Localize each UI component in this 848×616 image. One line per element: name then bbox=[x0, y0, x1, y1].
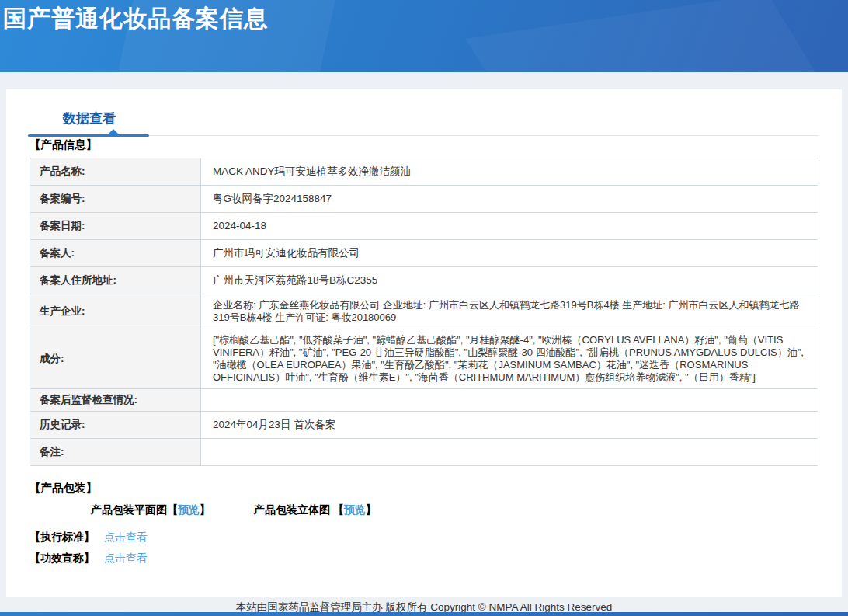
bracket-open: 【 bbox=[333, 503, 344, 516]
row-label: 备案人: bbox=[30, 240, 201, 267]
package-3d-preview-link[interactable]: 预览 bbox=[344, 503, 366, 516]
content-card: 数据查看 【产品信息】 产品名称: MACK ANDY玛可安迪植萃多效净澈洁颜油… bbox=[6, 89, 842, 597]
row-label: 备案日期: bbox=[30, 213, 201, 240]
product-info-table: 产品名称: MACK ANDY玛可安迪植萃多效净澈洁颜油 备案编号: 粤G妆网备… bbox=[30, 158, 818, 466]
package-flat-label: 产品包装平面图 bbox=[91, 503, 167, 516]
row-label: 备注: bbox=[30, 439, 201, 466]
tab-bar: 数据查看 bbox=[6, 89, 842, 137]
section-title-efficacy-claim: 【功效宣称】 bbox=[30, 552, 95, 564]
row-value: ["棕榈酸乙基己酯", "低芥酸菜子油", "鲸蜡醇乙基己酸酯", "月桂醇聚醚… bbox=[201, 329, 818, 389]
package-flat-preview-link[interactable]: 预览 bbox=[178, 503, 200, 516]
row-value: 2024年04月23日 首次备案 bbox=[201, 412, 818, 439]
bracket-close: 】 bbox=[200, 503, 210, 516]
row-value: 企业名称: 广东金丝燕化妆品有限公司 企业地址: 广州市白云区人和镇鹤龙七路31… bbox=[201, 294, 818, 329]
tab-data-view[interactable]: 数据查看 bbox=[63, 110, 116, 127]
row-label: 产品名称: bbox=[30, 158, 201, 186]
row-value: 广州市天河区荔苑路18号B栋C2355 bbox=[201, 267, 818, 294]
row-label: 历史记录: bbox=[30, 412, 201, 439]
row-label: 备案人住所地址: bbox=[30, 267, 201, 294]
row-value: MACK ANDY玛可安迪植萃多效净澈洁颜油 bbox=[201, 158, 818, 186]
table-row: 产品名称: MACK ANDY玛可安迪植萃多效净澈洁颜油 bbox=[30, 158, 818, 186]
bottom-accent-bar bbox=[0, 612, 848, 616]
package-flat-view: 产品包装平面图【预览】 bbox=[91, 503, 214, 516]
row-label: 备案编号: bbox=[30, 186, 201, 213]
table-row: 备案后监督检查情况: bbox=[30, 389, 818, 412]
row-value: 粤G妆网备字2024158847 bbox=[201, 186, 818, 213]
bracket-open: 【 bbox=[167, 503, 178, 516]
exec-standard-row: 【执行标准】点击查看 bbox=[30, 531, 842, 545]
row-value: 2024-04-18 bbox=[201, 213, 818, 240]
row-label: 成分: bbox=[30, 329, 201, 389]
package-preview-row: 产品包装平面图【预览】 产品包装立体图 【预览】 bbox=[91, 503, 842, 517]
section-title-product-info: 【产品信息】 bbox=[30, 137, 842, 152]
efficacy-claim-view-link[interactable]: 点击查看 bbox=[104, 552, 148, 564]
tab-active-arrow-icon bbox=[107, 129, 120, 135]
row-label: 备案后监督检查情况: bbox=[30, 389, 201, 412]
table-row: 生产企业: 企业名称: 广东金丝燕化妆品有限公司 企业地址: 广州市白云区人和镇… bbox=[30, 294, 818, 329]
table-row: 成分: ["棕榈酸乙基己酯", "低芥酸菜子油", "鲸蜡醇乙基己酸酯", "月… bbox=[30, 329, 818, 389]
section-title-product-package: 【产品包装】 bbox=[30, 481, 842, 496]
efficacy-claim-row: 【功效宣称】点击查看 bbox=[30, 552, 842, 566]
table-row: 历史记录: 2024年04月23日 首次备案 bbox=[30, 412, 818, 439]
row-value: 广州市玛可安迪化妆品有限公司 bbox=[201, 240, 818, 267]
bracket-close: 】 bbox=[366, 503, 377, 516]
table-row: 备案编号: 粤G妆网备字2024158847 bbox=[30, 186, 818, 213]
package-3d-view: 产品包装立体图 【预览】 bbox=[254, 503, 377, 516]
row-label: 生产企业: bbox=[30, 294, 201, 329]
exec-standard-view-link[interactable]: 点击查看 bbox=[104, 531, 148, 543]
table-row: 备案日期: 2024-04-18 bbox=[30, 213, 818, 240]
page-header: 国产普通化妆品备案信息 bbox=[0, 0, 848, 72]
tab-active-indicator bbox=[28, 134, 149, 137]
package-3d-label: 产品包装立体图 bbox=[254, 503, 333, 516]
page-title: 国产普通化妆品备案信息 bbox=[0, 0, 848, 35]
section-title-exec-standard: 【执行标准】 bbox=[30, 531, 95, 543]
footer-copyright-text: 本站由国家药品监督管理局主办 版权所有 Copyright © NMPA All… bbox=[236, 601, 613, 613]
table-row: 备案人住所地址: 广州市天河区荔苑路18号B栋C2355 bbox=[30, 267, 818, 294]
row-value bbox=[201, 439, 818, 466]
row-value bbox=[201, 389, 818, 412]
table-row: 备案人: 广州市玛可安迪化妆品有限公司 bbox=[30, 240, 818, 267]
table-row: 备注: bbox=[30, 439, 818, 466]
